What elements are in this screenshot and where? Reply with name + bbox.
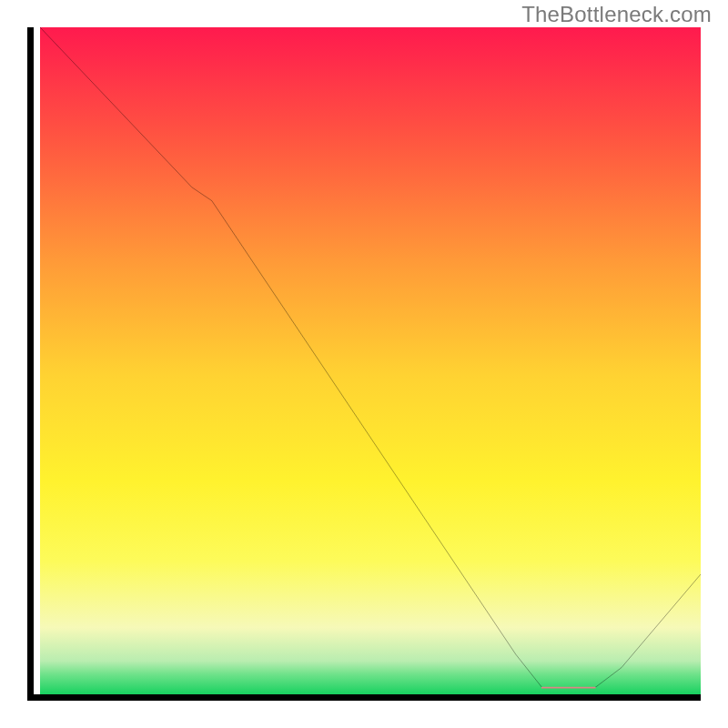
chart-axes — [27, 27, 701, 701]
watermark-text: TheBottleneck.com — [521, 2, 712, 27]
chart-overlay — [40, 27, 701, 694]
chart-plot-area — [40, 27, 701, 694]
bottleneck-curve-line — [40, 27, 701, 688]
